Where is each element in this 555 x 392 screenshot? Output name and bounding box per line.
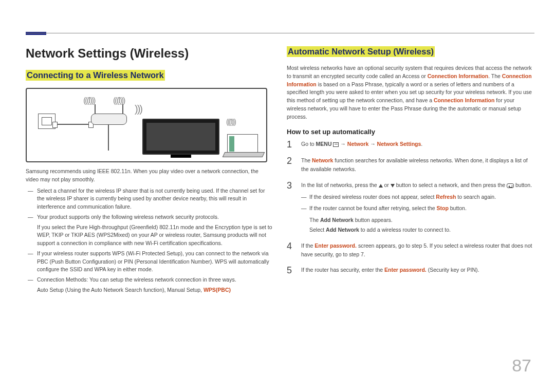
- page-content: Network Settings (Wireless) Connecting t…: [26, 46, 534, 296]
- tv-icon: [142, 119, 219, 155]
- wifi-wave-icon: (((I))): [226, 118, 235, 126]
- step-sub-plain: Select Add Network to add a wireless rou…: [301, 226, 534, 234]
- sub-pre: The: [309, 217, 320, 223]
- step-pre: Go to: [301, 141, 316, 147]
- sub-post: button.: [449, 205, 467, 211]
- network-diagram: (((I))) (((I))) ))) (((I))): [26, 88, 267, 162]
- up-arrow-icon: [379, 184, 383, 188]
- add-network-label: Add Network: [326, 227, 359, 233]
- step-sub-plain: The Add Network button appears.: [301, 216, 534, 225]
- step-post: function searches for available wireless…: [301, 157, 528, 172]
- right-column: Automatic Network Setup (Wireless) Most …: [287, 46, 534, 296]
- intro-t2: . The: [488, 73, 502, 79]
- menu-label: MENU: [316, 141, 334, 147]
- steps-list: 1 Go to MENU → Network → Network Setting…: [287, 140, 534, 275]
- step-number: 5: [287, 266, 294, 275]
- wifi-wave-icon: (((I))): [83, 96, 95, 105]
- cable-icon: [108, 125, 109, 151]
- step-item: 1 Go to MENU → Network → Network Setting…: [287, 140, 534, 149]
- network-settings-label: Network Settings: [377, 141, 421, 147]
- step-number: 1: [287, 140, 294, 149]
- stop-label: Stop: [436, 205, 448, 211]
- connection-info-label: Connection Information: [434, 97, 494, 103]
- note-item: If your wireless router supports WPS (Wi…: [28, 250, 272, 274]
- intro-paragraph: Most wireless networks have an optional …: [287, 64, 534, 121]
- step-post: (Security key or PIN).: [427, 267, 479, 273]
- enter-password-label: Enter password.: [384, 267, 427, 273]
- router-icon: [91, 114, 127, 125]
- section-heading-connecting: Connecting to a Wireless Network: [26, 70, 165, 81]
- step-body: In the list of networks, press the or bu…: [301, 181, 534, 234]
- header-rule: [26, 33, 534, 33]
- wifi-wave-icon: ))): [135, 103, 142, 115]
- step-post: button to select a network, and then pre…: [395, 182, 507, 188]
- note-item: Select a channel for the wireless IP sha…: [28, 187, 272, 211]
- down-arrow-icon: [391, 184, 395, 188]
- enter-password-label: Enter password.: [314, 242, 357, 249]
- step-sub: If the desired wireless router does not …: [301, 193, 534, 201]
- sub-pre: If the router cannot be found after retr…: [309, 205, 436, 211]
- enter-icon: [507, 183, 514, 188]
- wifi-wave-icon: (((I))): [113, 96, 124, 105]
- sub-pre: If the desired wireless router does not …: [309, 194, 436, 200]
- step-tail: button.: [514, 182, 532, 188]
- section-heading-auto: Automatic Network Setup (Wireless): [287, 46, 435, 57]
- connection-info-label: Connection Information: [428, 73, 488, 79]
- step-post: .: [421, 141, 422, 147]
- header-accent-bar: [26, 32, 46, 35]
- add-network-label: Add Network: [320, 217, 354, 223]
- note-item: Your product supports only the following…: [28, 213, 272, 221]
- howto-heading: How to set up automatically: [287, 128, 534, 136]
- laptop-icon: [227, 134, 258, 154]
- recommendation-note: Samsung recommends using IEEE 802.11n. W…: [26, 167, 272, 184]
- step-item: 4 If the Enter password. screen appears,…: [287, 241, 534, 259]
- wps-pbc-label: WPS(PBC): [203, 287, 231, 293]
- step-number: 2: [287, 156, 294, 174]
- note-sub: Auto Setup (Using the Auto Network Searc…: [28, 286, 272, 294]
- step-pre: In the list of networks, press the: [301, 182, 379, 188]
- refresh-label: Refresh: [436, 194, 456, 200]
- page-number: 87: [512, 356, 531, 376]
- notes-list: Select a channel for the wireless IP sha…: [28, 187, 272, 294]
- sub-post: to add a wireless router to connect to.: [359, 227, 451, 233]
- ethernet-cable-icon: [54, 124, 91, 125]
- step-body: The Network function searches for availa…: [301, 156, 534, 174]
- left-column: Network Settings (Wireless) Connecting t…: [26, 46, 272, 296]
- step-sub: If the router cannot be found after retr…: [301, 204, 534, 213]
- menu-icon: [333, 142, 339, 147]
- step-item: 3 In the list of networks, press the or …: [287, 181, 534, 234]
- step-item: 5 If the router has security, enter the …: [287, 266, 534, 275]
- step-body: Go to MENU → Network → Network Settings.: [301, 140, 534, 149]
- step-number: 4: [287, 241, 294, 259]
- note-sub-pre: Auto Setup (Using the Auto Network Searc…: [37, 287, 203, 293]
- note-sub: If you select the Pure High-throughput (…: [28, 223, 272, 248]
- step-pre: If the router has security, enter the: [301, 267, 384, 273]
- step-item: 2 The Network function searches for avai…: [287, 156, 534, 174]
- step-pre: The: [301, 157, 312, 163]
- antenna-icon: [95, 104, 96, 114]
- sub-pre: Select: [309, 227, 326, 233]
- antenna-icon: [122, 104, 123, 114]
- sub-post: to search again.: [456, 194, 496, 200]
- step-pre: If the: [301, 242, 314, 249]
- note-item: Connection Methods: You can setup the wi…: [28, 276, 272, 284]
- network-label: Network: [347, 141, 368, 147]
- network-label: Network: [312, 157, 333, 163]
- step-number: 3: [287, 181, 294, 234]
- arrow: →: [339, 141, 347, 147]
- page-title: Network Settings (Wireless): [26, 46, 272, 61]
- step-body: If the Enter password. screen appears, g…: [301, 241, 534, 259]
- sub-post: button appears.: [354, 217, 393, 223]
- arrow: →: [368, 141, 377, 147]
- step-mid: or: [383, 182, 391, 188]
- laptop-screen-icon: [229, 136, 256, 152]
- tv-stand-icon: [171, 155, 191, 158]
- step-body: If the router has security, enter the En…: [301, 266, 534, 275]
